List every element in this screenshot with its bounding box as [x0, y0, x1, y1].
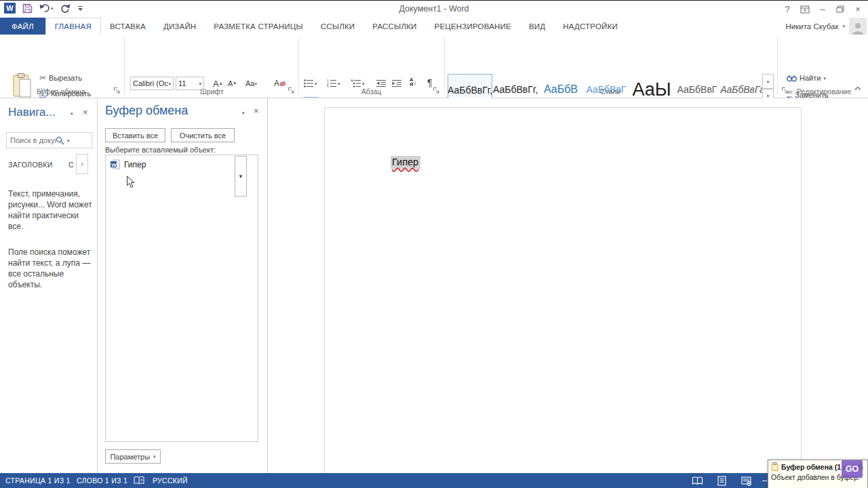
clipboard-pane-close-icon[interactable]: × [254, 106, 259, 116]
cut-icon: ✂ [39, 73, 46, 83]
word-count-indicator[interactable]: СЛОВО 1 ИЗ 1 [77, 476, 127, 485]
nav-tab-headings[interactable]: ЗАГОЛОВКИ [8, 161, 53, 169]
numbering-icon: 123 [327, 79, 336, 87]
ribbon: Вставить ▾ ✂ Вырезать Копировать Формат … [0, 35, 868, 98]
nav-tab-pages[interactable]: С [68, 161, 74, 169]
navigation-pane-close-icon[interactable]: × [83, 107, 88, 117]
font-size-dropdown-icon: ▾ [199, 81, 201, 86]
language-indicator[interactable]: РУССКИЙ [153, 476, 188, 485]
status-bar: СТРАНИЦА 1 ИЗ 1 СЛОВО 1 ИЗ 1 РУССКИЙ – [0, 473, 868, 488]
tab-addins[interactable]: НАДСТРОЙКИ [554, 18, 627, 35]
options-button[interactable]: Параметры▾ [105, 449, 161, 464]
font-family-dropdown-icon: ▾ [168, 81, 171, 86]
font-group-label: Шрифт [125, 87, 298, 96]
tab-home[interactable]: ГЛАВНАЯ [45, 18, 101, 35]
clipboard-dialog-launcher[interactable] [113, 87, 121, 95]
multilevel-list-icon [351, 79, 361, 87]
find-icon [787, 74, 797, 82]
group-separator [124, 37, 125, 94]
nav-help-text-1: Текст, примечания, рисунки... Word может… [8, 188, 92, 232]
tab-mailings[interactable]: РАССЫЛКИ [363, 18, 425, 35]
user-name: Никита Скубак [785, 22, 838, 30]
window-controls: ? – × [778, 1, 867, 17]
document-area[interactable]: Гипер [268, 98, 868, 473]
tab-design[interactable]: ДИЗАЙН [155, 18, 205, 35]
styles-group-label: Стили [444, 87, 776, 96]
help-button[interactable]: ? [778, 1, 796, 17]
navigation-pane: Навига... ▾ × ▾ ЗАГОЛОВКИ С › Текст, при… [0, 98, 98, 473]
restore-button[interactable] [831, 1, 849, 17]
main-area: Навига... ▾ × ▾ ЗАГОЛОВКИ С › Текст, при… [0, 98, 868, 473]
page-count-indicator[interactable]: СТРАНИЦА 1 ИЗ 1 [5, 476, 71, 485]
tab-references[interactable]: ССЫЛКИ [312, 18, 364, 35]
clipboard-pane-menu-icon[interactable]: ▾ [242, 110, 245, 115]
ribbon-display-options-button[interactable] [796, 1, 814, 17]
window-title: Документ1 - Word [0, 4, 868, 14]
ribbon-tab-bar: ФАЙЛ ГЛАВНАЯ ВСТАВКА ДИЗАЙН РАЗМЕТКА СТР… [0, 18, 868, 35]
read-mode-button[interactable] [690, 475, 704, 487]
tab-review[interactable]: РЕЦЕНЗИРОВАНИЕ [426, 18, 520, 35]
options-dropdown-icon: ▾ [153, 454, 156, 459]
paragraph-group-label: Абзац [298, 87, 444, 96]
paragraph-dialog-launcher[interactable] [433, 87, 441, 95]
user-dropdown-icon: ▾ [842, 24, 845, 28]
notification-clipboard-icon [771, 462, 778, 471]
user-account[interactable]: Никита Скубак ▾ [785, 18, 868, 35]
search-box[interactable]: ▾ [6, 132, 92, 148]
go-watermark: GO [842, 460, 863, 478]
tab-insert[interactable]: ВСТАВКА [101, 18, 155, 35]
minimize-button[interactable]: – [814, 1, 831, 17]
web-layout-button[interactable] [739, 475, 753, 487]
read-mode-icon [692, 476, 703, 485]
clipboard-item[interactable]: W Гипер [106, 157, 150, 172]
group-separator [777, 37, 778, 94]
navigation-pane-menu-icon[interactable]: ▾ [71, 111, 73, 116]
title-bar: W ▾ Документ1 - Word ? – [0, 1, 868, 18]
decrease-indent-icon [376, 79, 386, 87]
find-button[interactable]: Найти▾ [787, 74, 826, 82]
spellcheck-book-icon [134, 476, 144, 485]
clear-all-button[interactable]: Очистить все [171, 128, 235, 142]
web-layout-icon [741, 476, 751, 486]
clipboard-pane-title: Буфер обмена [105, 104, 188, 118]
document-text-selected[interactable]: Гипер [391, 156, 420, 169]
paste-all-button[interactable]: Вставить все [105, 128, 165, 142]
dialog-launcher-icon [113, 87, 121, 94]
group-separator [444, 37, 445, 94]
editing-group-label: Редактирование [790, 87, 858, 96]
navigation-pane-title: Навига... [8, 106, 56, 119]
word-window: W ▾ Документ1 - Word ? – [0, 0, 868, 488]
spellcheck-indicator[interactable] [134, 476, 144, 485]
user-avatar[interactable] [849, 18, 867, 35]
tab-view[interactable]: ВИД [520, 18, 554, 35]
document-page[interactable]: Гипер [324, 107, 802, 473]
font-dialog-launcher[interactable] [288, 87, 296, 95]
clipboard-group-label: Буфер обмена [0, 87, 122, 96]
nav-tabs-overflow-button[interactable]: › [76, 154, 88, 174]
search-input[interactable] [7, 136, 56, 144]
ribbon-display-options-icon [800, 5, 810, 14]
nav-help-text-2: Поле поиска поможет найти текст, а лупа … [8, 247, 92, 290]
styles-scroll-up-button[interactable]: ▴ [762, 74, 774, 89]
word-doc-icon: W [111, 159, 120, 169]
clipboard-prompt: Выберите вставляемый объект: [105, 146, 216, 154]
tab-page-layout[interactable]: РАЗМЕТКА СТРАНИЦЫ [205, 18, 311, 35]
group-separator [298, 37, 299, 94]
sort-button[interactable]: АЯ ↓ [410, 75, 416, 89]
close-button[interactable]: × [849, 1, 867, 17]
cut-button[interactable]: ✂ Вырезать [39, 73, 82, 83]
zoom-out-button[interactable]: – [762, 475, 768, 485]
print-layout-button[interactable] [715, 475, 728, 487]
sort-arrow-icon: ↓ [413, 79, 416, 86]
collapse-ribbon-button[interactable] [854, 86, 863, 94]
search-options-dropdown-icon[interactable]: ▾ [64, 138, 73, 143]
collapse-ribbon-icon [854, 86, 861, 91]
eraser-icon [280, 81, 285, 86]
search-icon[interactable] [56, 136, 64, 145]
tab-file[interactable]: ФАЙЛ [0, 18, 45, 35]
print-layout-icon [717, 476, 726, 486]
avatar-person-icon [851, 21, 865, 35]
clipboard-pane: Буфер обмена ▾ × Вставить все Очистить в… [98, 98, 268, 473]
clipboard-item-dropdown[interactable]: ▼ [235, 156, 247, 197]
increase-indent-icon [392, 79, 401, 87]
